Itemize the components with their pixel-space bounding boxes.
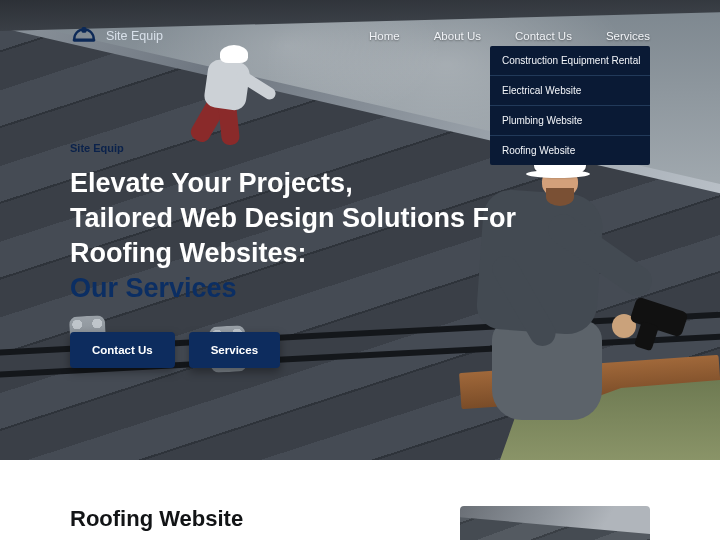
roofing-section: Roofing Website [0,460,720,540]
logo[interactable]: Site Equip [70,22,163,50]
nav-services[interactable]: Services [606,30,650,42]
roofing-thumbnail [460,506,650,540]
nav-contact[interactable]: Contact Us [515,30,572,42]
brand-name: Site Equip [106,29,163,43]
hero-line-2: Tailored Web Design Solutions For [70,201,516,236]
dropdown-item-plumbing[interactable]: Plumbing Website [490,106,650,136]
services-button[interactable]: Services [189,332,280,368]
hero-eyebrow: Site Equip [70,142,516,154]
hero-buttons: Contact Us Services [70,332,516,368]
svg-rect-1 [82,27,87,33]
worker-background [190,45,280,145]
section-title: Roofing Website [70,506,243,532]
hero-line-1: Elevate Your Projects, [70,166,516,201]
dropdown-item-electrical[interactable]: Electrical Website [490,76,650,106]
helmet-icon [70,22,98,50]
contact-us-button[interactable]: Contact Us [70,332,175,368]
hero-headline: Elevate Your Projects, Tailored Web Desi… [70,166,516,306]
nav-menu: Home About Us Contact Us Services [369,30,650,42]
hero-line-3: Roofing Websites: [70,236,516,271]
dropdown-item-construction[interactable]: Construction Equipment Rental [490,46,650,76]
svg-rect-0 [73,38,96,41]
nav-home[interactable]: Home [369,30,400,42]
hero-copy: Site Equip Elevate Your Projects, Tailor… [70,142,516,368]
nav-about[interactable]: About Us [434,30,481,42]
hero-highlight: Our Services [70,271,516,306]
hero-section: Site Equip Home About Us Contact Us Serv… [0,0,720,460]
